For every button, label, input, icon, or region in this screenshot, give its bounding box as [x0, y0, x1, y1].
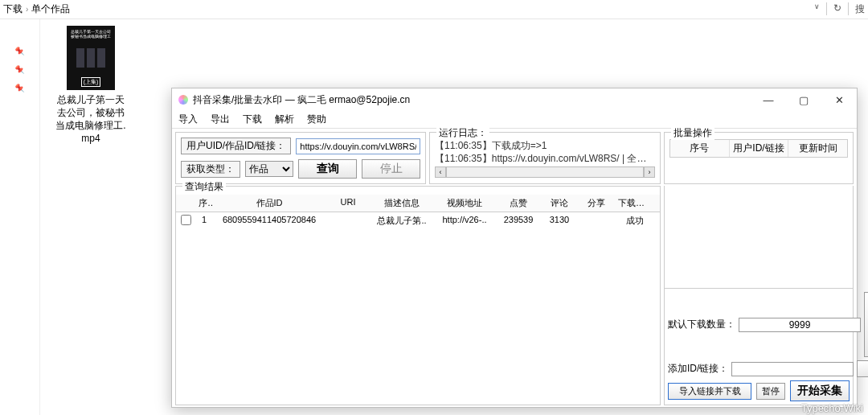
- batch-table-body[interactable]: [664, 186, 854, 289]
- results-panel: 查询结果 序号 作品ID URI 描述信息 视频地址 点赞 评论 分享 下载状态: [175, 186, 661, 405]
- pause-button[interactable]: 暂停: [756, 383, 785, 400]
- dropdown-icon[interactable]: ∨: [814, 2, 820, 16]
- breadcrumb-item[interactable]: 下载: [3, 2, 23, 16]
- menu-parse[interactable]: 解析: [275, 113, 294, 126]
- table-row[interactable]: 1 6809559411405720846 总裁儿子第.. http://v26…: [176, 212, 660, 229]
- log-panel: 运行日志： 【11:06:35】下载成功=>1 【11:06:35】https:…: [429, 132, 661, 184]
- query-button[interactable]: 查询: [298, 159, 357, 179]
- file-name: 总裁儿子第一天去公司，被秘书当成电脑修理工.mp4: [55, 93, 127, 145]
- batch-controls: 默认下载数量： 从文件导入 添加ID/链接： 添加 导入链接并下载 暂停 开始采…: [664, 289, 854, 405]
- menu-import[interactable]: 导入: [178, 113, 198, 126]
- batch-legend: 批量操作: [671, 126, 714, 140]
- chevron-right-icon: ›: [26, 5, 28, 14]
- refresh-icon[interactable]: ↻: [833, 2, 841, 16]
- type-select[interactable]: 作品: [245, 161, 293, 177]
- watermark: Typecho.Wiki: [801, 402, 863, 414]
- menu-donate[interactable]: 赞助: [307, 113, 326, 126]
- log-text[interactable]: 【11:06:35】下载成功=>1 【11:06:35】https://v.do…: [435, 139, 655, 165]
- default-count-label: 默认下载数量：: [668, 318, 735, 331]
- menu-export[interactable]: 导出: [211, 113, 230, 126]
- add-id-input[interactable]: [731, 362, 854, 376]
- breadcrumb-item[interactable]: 单个作品: [31, 2, 70, 16]
- app-logo-icon: [178, 95, 188, 105]
- explorer-breadcrumb-bar: 下载 › 单个作品 ∨ ↻ 搜: [0, 0, 868, 19]
- search-button[interactable]: 搜: [855, 2, 865, 16]
- scroll-right-icon[interactable]: ›: [644, 166, 655, 178]
- start-collect-button[interactable]: 开始采集: [790, 380, 850, 401]
- pin-icon[interactable]: 📌: [15, 84, 25, 92]
- pin-icon[interactable]: 📌: [15, 47, 25, 55]
- log-scrollbar[interactable]: ‹ ›: [435, 166, 655, 178]
- close-button[interactable]: ✕: [821, 88, 857, 111]
- stop-button[interactable]: 停止: [362, 159, 420, 179]
- scroll-left-icon[interactable]: ‹: [435, 166, 446, 178]
- type-label: 获取类型：: [181, 161, 240, 178]
- batch-panel-header: 批量操作 序号 用户ID/链接 更新时间: [664, 132, 854, 184]
- maximize-button[interactable]: ▢: [786, 88, 821, 111]
- pin-icon[interactable]: 📌: [15, 65, 25, 74]
- minimize-button[interactable]: —: [751, 88, 786, 111]
- default-count-input[interactable]: [739, 318, 861, 332]
- menu-download[interactable]: 下载: [243, 113, 262, 126]
- results-table-header: 序号 作品ID URI 描述信息 视频地址 点赞 评论 分享 下载状态: [176, 195, 660, 212]
- menu-bar: 导入 导出 下载 解析 赞助: [172, 111, 857, 129]
- url-panel: 用户UID/作品ID/链接： 获取类型： 作品 查询 停止: [175, 132, 426, 184]
- explorer-gutter: 📌 📌 📌: [0, 19, 40, 415]
- window-title: 抖音采集/批量去水印 — 疯二毛 ermao@52pojie.cn: [193, 93, 751, 107]
- results-legend: 查询结果: [182, 180, 226, 194]
- log-legend: 运行日志：: [436, 126, 489, 140]
- video-thumbnail[interactable]: 总裁儿子第一天去公司被秘书当成电脑修理工 (上集): [67, 26, 115, 90]
- title-bar[interactable]: 抖音采集/批量去水印 — 疯二毛 ermao@52pojie.cn — ▢ ✕: [172, 88, 857, 111]
- url-label: 用户UID/作品ID/链接：: [181, 138, 291, 154]
- add-button[interactable]: 添加: [857, 360, 868, 377]
- url-input[interactable]: [296, 138, 420, 154]
- file-item[interactable]: 总裁儿子第一天去公司被秘书当成电脑修理工 (上集) 总裁儿子第一天去公司，被秘书…: [55, 26, 127, 145]
- app-window: 抖音采集/批量去水印 — 疯二毛 ermao@52pojie.cn — ▢ ✕ …: [171, 88, 858, 408]
- from-file-button[interactable]: 从文件导入: [864, 292, 868, 357]
- add-id-label: 添加ID/链接：: [668, 362, 728, 376]
- batch-table-header: 序号 用户ID/链接 更新时间: [669, 139, 848, 158]
- breadcrumb[interactable]: 下载 › 单个作品: [3, 2, 814, 16]
- import-download-button[interactable]: 导入链接并下载: [668, 383, 751, 400]
- row-checkbox[interactable]: [181, 215, 191, 225]
